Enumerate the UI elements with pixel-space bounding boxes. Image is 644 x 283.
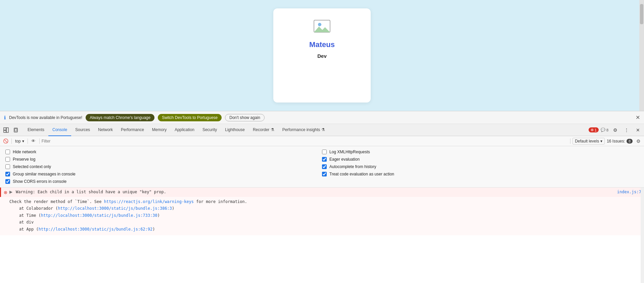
selected-context-checkbox[interactable] (5, 164, 10, 169)
stack-line-5: at App (http://localhost:3000/static/js/… (9, 226, 641, 233)
svg-rect-5 (6, 128, 8, 132)
tab-memory[interactable]: Memory (148, 124, 171, 136)
browser-viewport: Mateus Dev (0, 0, 644, 111)
inspect-element-button[interactable] (1, 125, 11, 135)
browser-scrollbar[interactable] (639, 0, 644, 111)
tab-recorder[interactable]: Recorder ⚗ (249, 124, 278, 136)
error-icon: ⊗ (591, 128, 594, 132)
show-cors-option[interactable]: Show CORS errors in console (5, 179, 322, 184)
toolbar-divider-2 (28, 138, 28, 144)
treat-code-eval-checkbox[interactable] (322, 172, 327, 176)
switch-portuguese-button[interactable]: Switch DevTools to Portuguese (158, 114, 222, 121)
preserve-log-option[interactable]: Preserve log (5, 157, 322, 162)
console-toolbar: 🚫 top ▾ 👁 Default levels ▾ 16 Issues: 8 … (0, 136, 644, 146)
device-toolbar-button[interactable] (11, 125, 21, 135)
log-xhr-checkbox[interactable] (322, 150, 327, 154)
settings-left-col: Hide network Preserve log Selected conte… (5, 150, 322, 184)
show-cors-label: Show CORS errors in console (13, 179, 66, 184)
eager-eval-checkbox[interactable] (322, 157, 327, 162)
default-levels-selector[interactable]: Default levels ▾ (572, 138, 605, 145)
tab-console[interactable]: Console (48, 124, 71, 136)
dont-show-again-button[interactable]: Don't show again (225, 114, 265, 121)
svg-rect-4 (4, 130, 6, 132)
treat-code-eval-option[interactable]: Treat code evaluation as user action (322, 172, 639, 176)
context-selector[interactable]: top ▾ (14, 138, 26, 144)
tab-elements[interactable]: Elements (24, 124, 48, 136)
console-output: ⊗ ▶ Warning: Each child in a list should… (0, 188, 644, 283)
issues-count-badge: 16 Issues: 8 (607, 139, 633, 144)
profile-name: Mateus (309, 40, 335, 49)
console-settings-button[interactable]: ⚙ (635, 137, 642, 145)
profile-card: Mateus Dev (273, 8, 371, 103)
devtools-panel: ℹ DevTools is now available in Portugues… (0, 111, 644, 283)
tab-performance[interactable]: Performance (117, 124, 148, 136)
log-xhr-label: Log XMLHttpRequests (329, 150, 370, 154)
eager-eval-label: Eager evaluation (329, 157, 360, 162)
stack-line-3: at Time (http://localhost:3000/static/js… (9, 212, 641, 219)
warning-row: ⊗ ▶ Warning: Each child in a list should… (0, 188, 644, 197)
chevron-down-icon: ▾ (600, 139, 602, 144)
warning-file-link[interactable]: index.js:7 (617, 190, 641, 194)
devtools-more-button[interactable]: ⋮ (622, 125, 631, 135)
toolbar-divider-1 (11, 138, 12, 144)
autocomplete-history-checkbox[interactable] (322, 164, 327, 169)
toolbar-divider-4 (570, 138, 570, 144)
show-cors-checkbox[interactable] (5, 179, 10, 184)
error-circle-icon: ⊗ (4, 190, 7, 195)
stack-line-1: Check the render method of `Time`. See h… (9, 198, 641, 205)
devtools-settings-button[interactable]: ⚙ (610, 125, 620, 135)
selected-context-label: Selected context only (13, 164, 51, 169)
expand-arrow[interactable]: ▶ (9, 190, 12, 194)
colaborador-link[interactable]: http://localhost:3000/static/js/bundle.j… (58, 206, 172, 211)
context-label: top (15, 139, 21, 144)
tab-network[interactable]: Network (94, 124, 117, 136)
svg-rect-3 (4, 128, 6, 130)
clear-console-button[interactable]: 🚫 (2, 137, 9, 145)
dropdown-icon: ▾ (22, 139, 24, 144)
log-xhr-option[interactable]: Log XMLHttpRequests (322, 150, 639, 154)
tab-sources[interactable]: Sources (71, 124, 94, 136)
stack-line-2: at Colaborador (http://localhost:3000/st… (9, 205, 641, 212)
stack-trace: Check the render method of `Time`. See h… (0, 197, 644, 235)
language-banner: ℹ DevTools is now available in Portugues… (0, 111, 644, 124)
devtools-icon-group (1, 125, 21, 135)
autocomplete-history-option[interactable]: Autocomplete from history (322, 164, 639, 169)
browser-scrollbar-thumb[interactable] (640, 4, 643, 24)
tab-lighthouse[interactable]: Lighthouse (221, 124, 249, 136)
hide-network-checkbox[interactable] (5, 150, 10, 154)
tab-application[interactable]: Application (171, 124, 198, 136)
console-scrollbar[interactable] (641, 188, 644, 283)
devtools-tabs: Elements Console Sources Network Perform… (0, 124, 644, 136)
group-similar-checkbox[interactable] (5, 172, 10, 176)
warning-message: Warning: Each child in a list should hav… (16, 190, 615, 194)
group-similar-option[interactable]: Group similar messages in console (5, 172, 322, 176)
react-warning-keys-link[interactable]: https://reactjs.org/link/warning-keys (104, 199, 194, 204)
filter-input[interactable] (42, 137, 568, 145)
treat-code-eval-label: Treat code evaluation as user action (329, 172, 394, 176)
tab-performance-insights[interactable]: Performance insights ⚗ (278, 124, 329, 136)
eye-filter-button[interactable]: 👁 (30, 137, 37, 145)
toolbar-divider-3 (39, 138, 40, 144)
selected-context-option[interactable]: Selected context only (5, 164, 322, 169)
autocomplete-history-label: Autocomplete from history (329, 164, 376, 169)
svg-marker-2 (314, 27, 330, 32)
banner-close-button[interactable]: ✕ (636, 114, 640, 121)
profile-role: Dev (317, 53, 327, 59)
eager-eval-option[interactable]: Eager evaluation (322, 157, 639, 162)
hide-network-option[interactable]: Hide network (5, 150, 322, 154)
avatar (312, 18, 332, 34)
preserve-log-checkbox[interactable] (5, 157, 10, 162)
settings-right-col: Log XMLHttpRequests Eager evaluation Aut… (322, 150, 639, 184)
app-link[interactable]: http://localhost:3000/static/js/bundle.j… (39, 227, 153, 232)
warn-icon: 💬 (601, 128, 605, 132)
devtools-close-button[interactable]: ✕ (633, 125, 643, 135)
time-link[interactable]: http://localhost:3000/static/js/bundle.j… (41, 213, 157, 218)
banner-text: DevTools is now available in Portuguese! (9, 115, 82, 120)
svg-point-1 (318, 23, 321, 26)
console-settings-panel: Hide network Preserve log Selected conte… (0, 146, 644, 188)
preserve-log-label: Preserve log (13, 157, 35, 162)
info-icon: ℹ (4, 115, 6, 120)
tab-security[interactable]: Security (198, 124, 221, 136)
always-match-button[interactable]: Always match Chrome's language (86, 114, 154, 121)
warn-count-badge: 💬 8 (601, 128, 608, 132)
